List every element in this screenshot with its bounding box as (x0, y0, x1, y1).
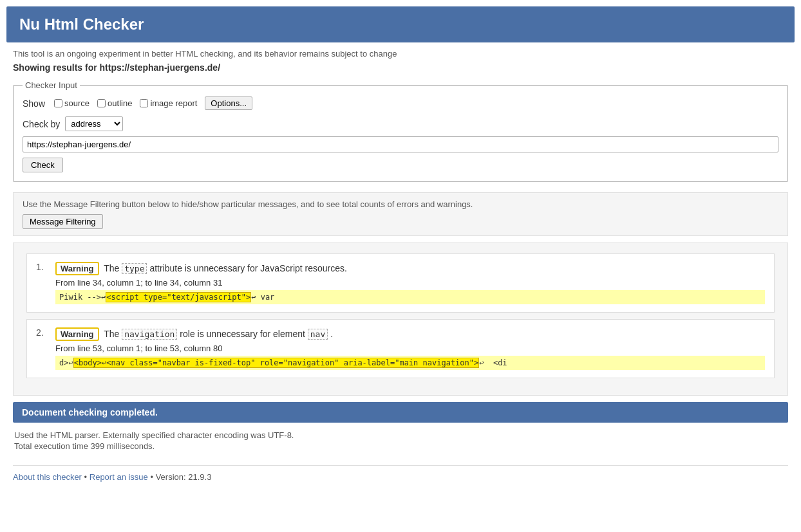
main-content: This tool is an ongoing experiment in be… (0, 49, 801, 495)
url-input[interactable] (23, 136, 778, 152)
result-code-2: d>↩<body>↩<nav class="navbar is-fixed-to… (55, 356, 765, 370)
result-message-prefix-1: The (104, 263, 122, 273)
footer-version: Version: 21.9.3 (156, 472, 212, 482)
result-item-2: 2. Warning The navigation role is unnece… (26, 319, 775, 378)
result-location-1: From line 34, column 1; to line 34, colu… (55, 278, 765, 288)
result-message-suffix-2b: . (330, 329, 333, 339)
footer-separator1: • (84, 472, 88, 482)
message-filtering-button[interactable]: Message Filtering (23, 214, 103, 229)
completion-details: Used the HTML parser. Externally specifi… (13, 428, 788, 455)
options-button[interactable]: Options... (205, 96, 252, 110)
outline-label: outline (108, 98, 132, 108)
source-label: source (64, 98, 90, 108)
show-label: Show (23, 98, 45, 109)
result-code-inline-2b: nav (308, 329, 328, 340)
results-section: 1. Warning The type attribute is unneces… (13, 243, 788, 396)
completion-detail2: Total execution time 399 milliseconds. (14, 441, 787, 451)
message-filter-section: Use the Message Filtering button below t… (13, 192, 788, 236)
check-by-select[interactable]: address text input file upload (65, 116, 123, 131)
footer-links: About this checker • Report an issue • V… (13, 472, 788, 482)
result-item-1: 1. Warning The type attribute is unneces… (26, 253, 775, 313)
image-report-label: image report (150, 98, 197, 108)
result-code-inline-2: navigation (122, 329, 177, 340)
result-message-suffix-1: attribute is unnecessary for JavaScript … (149, 263, 347, 273)
result-line1-2: Warning The navigation role is unnecessa… (55, 327, 765, 341)
result-highlight-2: <body>↩<nav class="navbar is-fixed-top" … (73, 358, 480, 368)
warning-badge-1: Warning (55, 262, 99, 275)
result-body-1: Warning The type attribute is unnecessar… (55, 262, 765, 304)
checker-input-legend: Checker Input (23, 80, 80, 90)
result-code-inline-1: type (122, 263, 147, 274)
show-row: Show source outline image report Options… (23, 96, 778, 110)
outline-option[interactable]: outline (97, 98, 132, 108)
source-checkbox[interactable] (54, 99, 62, 107)
result-message-prefix-2: The (104, 329, 122, 339)
show-options: source outline image report Options... (54, 96, 252, 110)
report-issue-link[interactable]: Report an issue (90, 472, 148, 482)
completion-detail1: Used the HTML parser. Externally specifi… (14, 430, 787, 440)
check-by-row: Check by address text input file upload (23, 116, 778, 131)
outline-checkbox[interactable] (97, 99, 106, 107)
result-body-2: Warning The navigation role is unnecessa… (55, 327, 765, 370)
source-option[interactable]: source (54, 98, 90, 108)
result-number-2: 2. (36, 327, 46, 338)
result-line1-1: Warning The type attribute is unnecessar… (55, 262, 765, 275)
page-header: Nu Html Checker (6, 6, 795, 42)
result-number-1: 1. (36, 262, 46, 272)
result-location-2: From line 53, column 1; to line 53, colu… (55, 344, 765, 353)
image-report-option[interactable]: image report (140, 98, 197, 108)
result-highlight-1: <script type="text/javascript"> (106, 292, 251, 302)
image-report-checkbox[interactable] (140, 99, 148, 107)
page-title: Nu Html Checker (19, 15, 144, 33)
checker-input-section: Checker Input Show source outline image … (13, 80, 788, 182)
completion-banner: Document checking completed. (13, 402, 788, 423)
check-by-label: Check by (23, 119, 60, 129)
subtitle: This tool is an ongoing experiment in be… (13, 49, 788, 59)
result-message-suffix-2: role is unnecessary for element (180, 329, 307, 339)
footer-divider (13, 465, 788, 466)
warning-badge-2: Warning (55, 327, 99, 341)
footer-separator2: • (150, 472, 153, 482)
showing-results: Showing results for https://stephan-juer… (13, 62, 788, 73)
check-button[interactable]: Check (23, 158, 63, 172)
message-filter-description: Use the Message Filtering button below t… (23, 199, 778, 209)
result-code-1: Piwik -->↩<script type="text/javascript"… (55, 290, 765, 304)
about-checker-link[interactable]: About this checker (13, 472, 82, 482)
